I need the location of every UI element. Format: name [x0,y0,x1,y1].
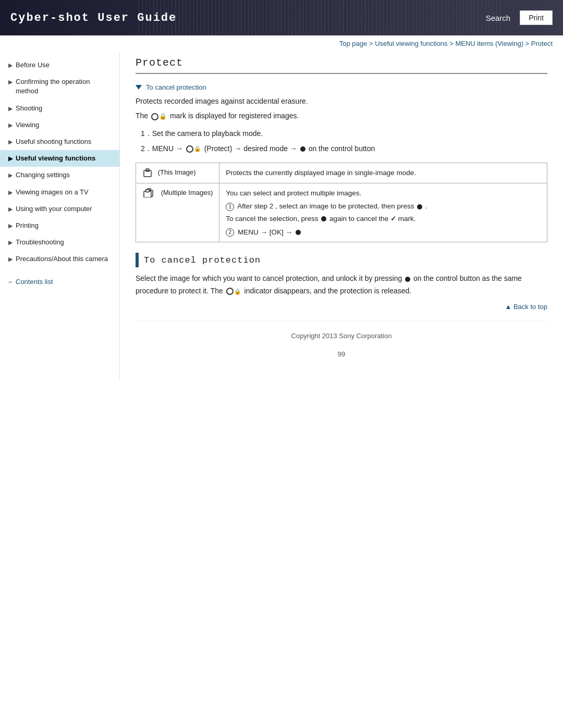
single-image-icon [143,168,155,178]
arrow-icon: ▶ [8,61,13,69]
circled-2: 2 [226,228,234,237]
bullet-icon-5 [405,277,410,282]
site-title: Cyber-shot User Guide [10,11,177,24]
arrow-right-icon: → [6,278,13,286]
sidebar-item-viewing[interactable]: ▶ Viewing [0,117,119,133]
arrow-icon: ▶ [8,155,13,163]
sidebar-item-viewing-tv[interactable]: ▶ Viewing images on a TV [0,184,119,201]
om-icon-inline: 🔒 [151,112,167,121]
footer: Copyright 2013 Sony Corporation [136,321,547,345]
table-cell-desc-2: You can select and protect multiple imag… [219,183,547,242]
arrow-icon: ▶ [8,205,13,213]
section-cancel-protection: To cancel protection [136,253,547,267]
arrow-icon: ▶ [8,171,13,179]
blue-bar-icon [136,253,139,267]
sidebar-item-printing[interactable]: ▶ Printing [0,217,119,234]
table-cell-icon-1: (This Image) [136,163,219,183]
main-layout: ▶ Before Use ▶ Confirming the operation … [0,52,563,379]
breadcrumb-useful-viewing[interactable]: Useful viewing functions [375,40,447,47]
back-to-top-link[interactable]: ▲ Back to top [136,303,547,311]
svg-rect-6 [146,190,149,192]
svg-point-2 [147,170,148,171]
content-area: Protect To cancel protection Protects re… [120,52,563,379]
table-row: (This Image) Protects the currently disp… [136,163,547,183]
om-icon-cancel: 🔒 [226,287,241,297]
circled-1: 1 [226,203,234,211]
bullet-icon-3 [321,216,326,221]
subtitle-link-text: To cancel protection [146,83,206,91]
search-button[interactable]: Search [481,11,516,24]
breadcrumb: Top page > Useful viewing functions > ME… [0,35,563,52]
desc-2: The 🔒 mark is displayed for registered i… [136,110,547,121]
table-cell-icon-2: (Multiple Images) [136,183,219,242]
breadcrumb-top[interactable]: Top page [339,40,368,47]
print-button[interactable]: Print [520,10,553,25]
step-list: 1．Set the camera to playback mode. 2．MEN… [141,127,547,155]
bullet-icon-4 [296,230,301,235]
sidebar-item-precautions[interactable]: ▶ Precautions/About this camera [0,251,119,267]
arrow-icon: ▶ [8,121,13,129]
subtitle-link[interactable]: To cancel protection [136,83,547,91]
arrow-icon: ▶ [8,239,13,246]
arrow-icon: ▶ [8,78,13,86]
header-controls: Search Print [481,10,553,25]
sidebar-item-troubleshooting[interactable]: ▶ Troubleshooting [0,234,119,251]
arrow-icon: ▶ [8,255,13,263]
cancel-description: Select the image for which you want to c… [136,273,547,298]
sidebar: ▶ Before Use ▶ Confirming the operation … [0,52,120,379]
sidebar-item-useful-shooting[interactable]: ▶ Useful shooting functions [0,133,119,150]
protect-table: (This Image) Protects the currently disp… [136,163,547,242]
step-1: 1．Set the camera to playback mode. [141,127,547,140]
step-2: 2．MENU → 🔒 (Protect) → desired mode → on… [141,142,547,155]
sidebar-item-changing-settings[interactable]: ▶ Changing settings [0,167,119,183]
bullet-icon-2 [417,204,422,209]
sidebar-item-before-use[interactable]: ▶ Before Use [0,57,119,73]
breadcrumb-menu-items[interactable]: MENU items (Viewing) [455,40,523,47]
site-header: Cyber-shot User Guide Search Print [0,0,563,35]
sidebar-item-useful-viewing[interactable]: ▶ Useful viewing functions [0,150,119,167]
arrow-icon: ▶ [8,222,13,230]
multiple-images-icon [143,188,158,198]
arrow-icon: ▶ [8,105,13,113]
sidebar-item-using-computer[interactable]: ▶ Using with your computer [0,201,119,217]
protect-icon-step2: 🔒 [186,144,201,154]
section-title: To cancel protection [144,255,261,265]
table-cell-desc-1: Protects the currently displayed image i… [219,163,547,183]
page-title: Protect [136,57,547,74]
arrow-icon: ▶ [8,189,13,196]
breadcrumb-current: Protect [531,40,553,47]
desc-1: Protects recorded images against acciden… [136,95,547,107]
contents-list-link[interactable]: → Contents list [0,273,119,291]
sidebar-item-confirming[interactable]: ▶ Confirming the operation method [0,73,119,100]
triangle-down-icon [136,85,142,90]
arrow-icon: ▶ [8,138,13,146]
bullet-icon [300,146,305,152]
table-row: (Multiple Images) You can select and pro… [136,183,547,242]
sidebar-item-shooting[interactable]: ▶ Shooting [0,100,119,117]
checkmark-icon: ✓ [390,215,396,223]
copyright-text: Copyright 2013 Sony Corporation [291,332,392,340]
page-number: 99 [136,345,547,363]
